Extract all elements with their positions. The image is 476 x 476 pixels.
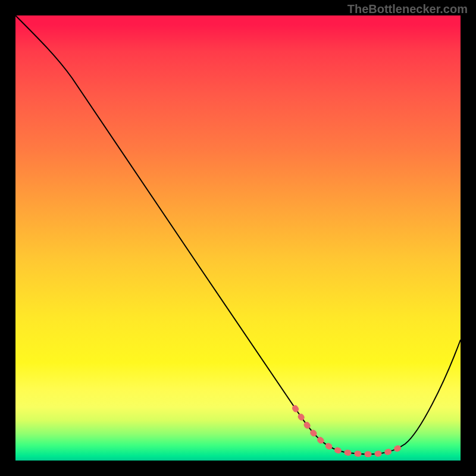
chart-plot-area (15, 15, 461, 461)
watermark-text: TheBottlenecker.com (347, 2, 468, 16)
optimal-zone-markers (295, 408, 405, 454)
bottleneck-curve-line (15, 15, 461, 454)
chart-svg (15, 15, 461, 461)
